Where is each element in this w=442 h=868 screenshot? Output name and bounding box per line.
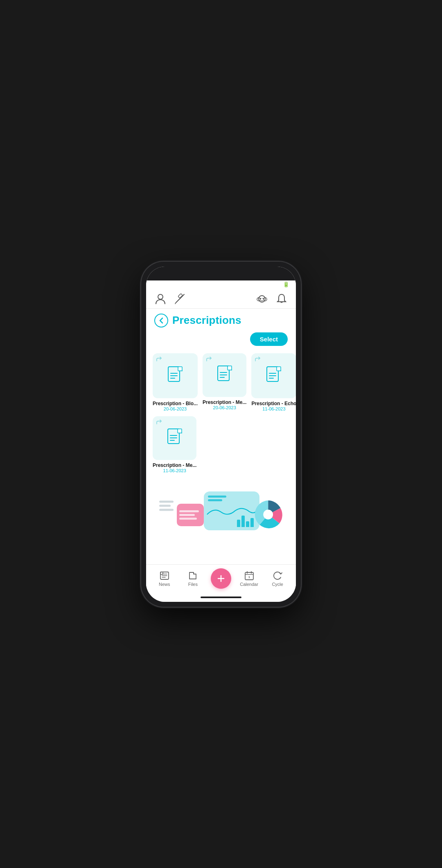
prescription-name-2: Prescription - Me... (203, 399, 246, 405)
svg-rect-12 (178, 367, 182, 371)
prescription-date-2: 20-06-2023 (213, 405, 236, 410)
top-bar (146, 289, 296, 309)
svg-text:1: 1 (248, 575, 250, 579)
nav-cycle[interactable]: Cycle (267, 571, 288, 587)
select-button[interactable]: Select (250, 332, 288, 346)
svg-point-31 (263, 509, 273, 519)
pie-chart (253, 497, 283, 532)
svg-point-0 (158, 294, 163, 299)
nav-calendar[interactable]: 1 Calendar (239, 571, 260, 587)
prescription-name-3: Prescription - Echo (251, 401, 296, 406)
chart-illustration (204, 491, 259, 530)
prescription-card-3[interactable]: Prescription - Echo 11-06-2023 (251, 353, 296, 411)
nav-calendar-label: Calendar (240, 582, 258, 587)
home-indicator (146, 593, 296, 602)
svg-rect-27 (178, 429, 182, 433)
user-icon[interactable] (154, 293, 167, 305)
prescription-grid-area: Prescription - Blo... 20-06-2023 (146, 349, 296, 564)
prescription-card-4[interactable]: Prescription - Me... 11-06-2023 (153, 416, 196, 473)
prescription-card-1[interactable]: Prescription - Blo... 20-06-2023 (153, 353, 198, 411)
nav-files[interactable]: Files (182, 571, 203, 587)
prescription-date-4: 11-06-2023 (163, 468, 186, 473)
page-title: Prescriptions (172, 314, 241, 327)
prescription-card-2[interactable]: Prescription - Me... 20-06-2023 (203, 353, 246, 411)
svg-rect-22 (277, 367, 281, 371)
prescription-name-1: Prescription - Blo... (153, 401, 198, 406)
prescription-date-3: 11-06-2023 (262, 406, 285, 411)
nav-news[interactable]: News (154, 571, 175, 587)
back-button[interactable] (154, 314, 168, 327)
status-bar: 🔋 (146, 280, 296, 289)
nav-news-label: News (159, 582, 170, 587)
nav-add-button[interactable] (211, 568, 231, 589)
monkey-icon[interactable] (256, 293, 268, 305)
bell-icon[interactable] (275, 293, 288, 305)
select-area: Select (146, 331, 296, 349)
syringe-icon[interactable] (174, 293, 186, 305)
nav-files-label: Files (188, 582, 198, 587)
illustration-area (153, 485, 289, 534)
svg-rect-17 (228, 366, 232, 370)
battery-icon: 🔋 (283, 281, 289, 287)
page-header: Prescriptions (146, 309, 296, 331)
prescription-date-1: 20-06-2023 (164, 406, 187, 411)
svg-rect-2 (178, 294, 183, 298)
svg-point-9 (260, 298, 262, 299)
bottom-nav: News Files (146, 564, 296, 593)
prescription-name-4: Prescription - Me... (153, 462, 196, 468)
nav-cycle-label: Cycle (272, 582, 283, 587)
svg-point-10 (263, 298, 264, 299)
svg-line-5 (175, 303, 176, 304)
